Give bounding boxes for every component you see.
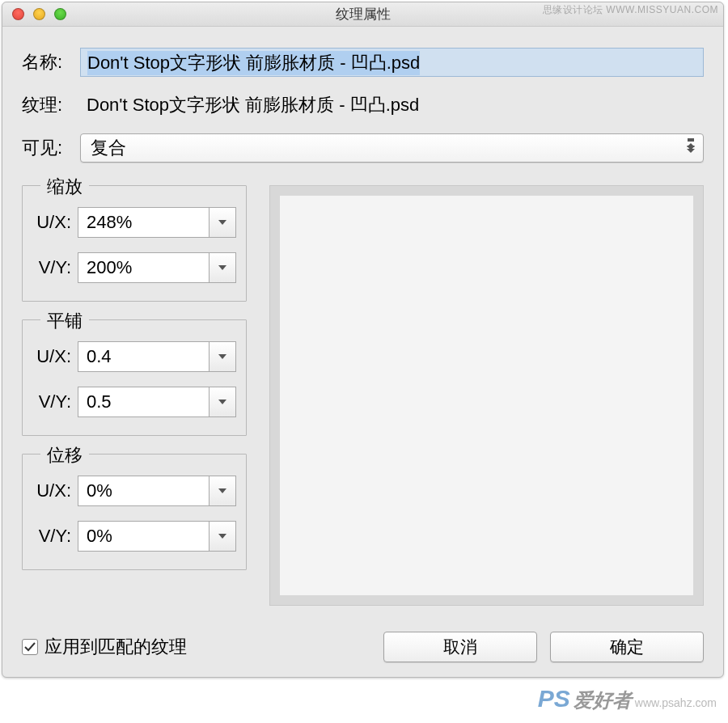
watermark-text: 爱好者 [574,687,632,713]
watermark-bottom: PS 爱好者 www.psahz.com [538,685,717,713]
name-row: 名称: Don't Stop文字形状 前膨胀材质 - 凹凸.psd [22,48,704,77]
dialog-content: 名称: Don't Stop文字形状 前膨胀材质 - 凹凸.psd 纹理: Do… [2,27,723,679]
scale-legend: 缩放 [40,175,89,199]
visible-label: 可见: [22,136,80,160]
dialog-window: 纹理属性 名称: Don't Stop文字形状 前膨胀材质 - 凹凸.psd 纹… [2,2,724,678]
offset-legend: 位移 [40,443,89,467]
offset-vy-row: V/Y: 0% [32,521,236,552]
tile-vy-row: V/Y: 0.5 [32,387,236,417]
name-input[interactable]: Don't Stop文字形状 前膨胀材质 - 凹凸.psd [80,48,704,77]
tile-ux-label: U/X: [32,346,78,367]
apply-checkbox-row[interactable]: 应用到匹配的纹理 [22,635,187,659]
scale-vy-input[interactable]: 200% [78,252,236,283]
offset-vy-label: V/Y: [32,526,78,547]
scale-ux-value[interactable]: 248% [78,207,209,238]
dropdown-icon[interactable] [209,476,236,506]
scale-vy-label: V/Y: [32,257,78,278]
apply-checkbox[interactable] [22,639,38,655]
offset-vy-input[interactable]: 0% [78,521,236,552]
tile-ux-value[interactable]: 0.4 [78,341,209,372]
tile-vy-label: V/Y: [32,391,78,412]
select-arrows-icon [687,143,695,153]
name-label: 名称: [22,50,80,74]
scale-ux-row: U/X: 248% [32,207,236,238]
offset-ux-row: U/X: 0% [32,476,236,506]
visible-value: 复合 [91,136,126,160]
scale-vy-row: V/Y: 200% [32,252,236,283]
texture-value: Don't Stop文字形状 前膨胀材质 - 凹凸.psd [80,90,704,120]
texture-label: 纹理: [22,93,80,117]
visible-select[interactable]: 复合 [80,133,704,163]
watermark-url: www.psahz.com [635,696,717,709]
dropdown-icon[interactable] [209,341,236,372]
preview-pane [269,185,704,606]
watermark-top: 思缘设计论坛 WWW.MISSYUAN.COM [543,3,719,17]
main-area: 缩放 U/X: 248% V/Y: 200% [22,185,704,606]
tile-ux-input[interactable]: 0.4 [78,341,236,372]
bottom-row: 应用到匹配的纹理 取消 确定 [22,632,704,662]
controls-column: 缩放 U/X: 248% V/Y: 200% [22,185,247,606]
tile-fieldset: 平铺 U/X: 0.4 V/Y: 0.5 [22,319,247,436]
offset-vy-value[interactable]: 0% [78,521,209,552]
ok-button[interactable]: 确定 [550,632,704,662]
scale-vy-value[interactable]: 200% [78,252,209,283]
watermark-brand: PS [538,685,570,712]
offset-fieldset: 位移 U/X: 0% V/Y: 0% [22,454,247,570]
texture-row: 纹理: Don't Stop文字形状 前膨胀材质 - 凹凸.psd [22,90,704,120]
offset-ux-input[interactable]: 0% [78,476,236,506]
tile-legend: 平铺 [40,309,89,333]
cancel-button[interactable]: 取消 [383,632,537,662]
dropdown-icon[interactable] [209,207,236,238]
scale-ux-label: U/X: [32,212,78,233]
tile-ux-row: U/X: 0.4 [32,341,236,372]
dropdown-icon[interactable] [209,252,236,283]
dropdown-icon[interactable] [209,387,236,417]
tile-vy-input[interactable]: 0.5 [78,387,236,417]
check-icon [23,641,36,653]
dropdown-icon[interactable] [209,521,236,552]
offset-ux-value[interactable]: 0% [78,476,209,506]
visible-row: 可见: 复合 [22,133,704,163]
scale-ux-input[interactable]: 248% [78,207,236,238]
name-value: Don't Stop文字形状 前膨胀材质 - 凹凸.psd [87,51,420,75]
tile-vy-value[interactable]: 0.5 [78,387,209,417]
scale-fieldset: 缩放 U/X: 248% V/Y: 200% [22,185,247,302]
offset-ux-label: U/X: [32,480,78,501]
apply-label: 应用到匹配的纹理 [44,635,187,659]
